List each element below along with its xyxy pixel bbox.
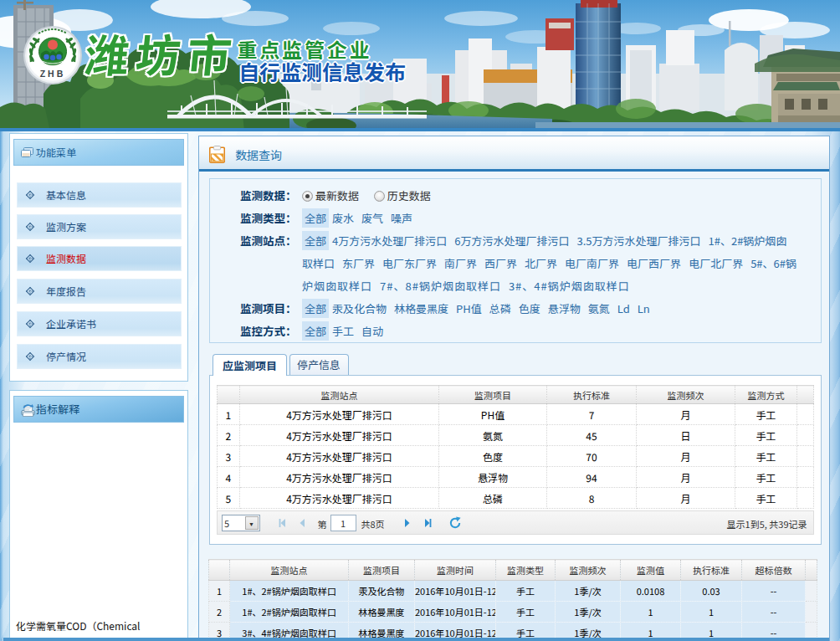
svg-text:ZHB: ZHB xyxy=(40,69,66,79)
